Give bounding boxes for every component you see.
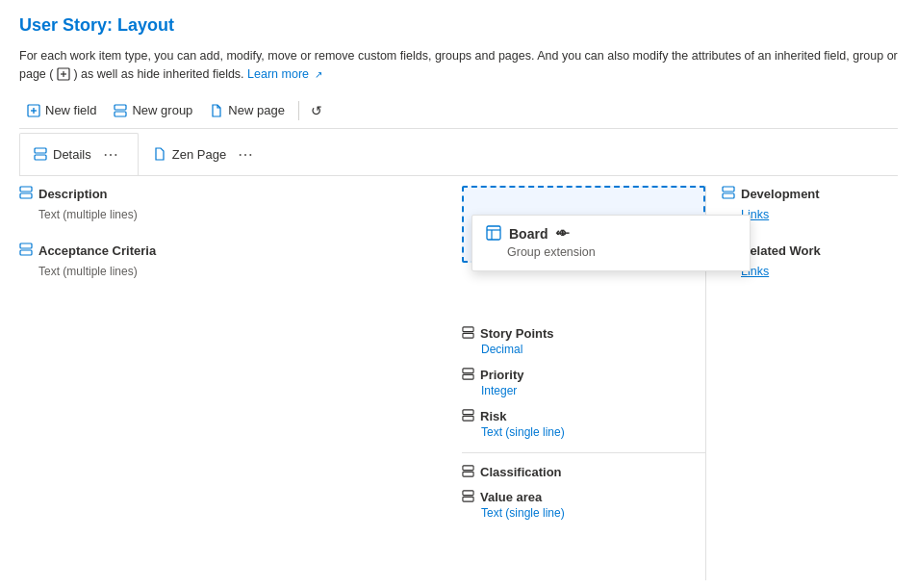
svg-rect-6: [115, 105, 126, 110]
value-area-type: Text (single line): [462, 506, 705, 520]
classification-section: Classification: [462, 461, 705, 484]
board-popup-name: Board: [509, 226, 548, 242]
new-group-icon: [114, 104, 127, 117]
learn-more-link[interactable]: Learn more ↗: [247, 67, 321, 81]
external-link-icon: ↗: [315, 69, 322, 80]
risk-name: Risk: [462, 409, 705, 424]
svg-rect-24: [463, 472, 473, 476]
risk-type: Text (single line): [462, 425, 705, 439]
story-points-icon: [462, 326, 474, 342]
acceptance-criteria-icon: [19, 243, 33, 259]
related-work-label: Related Work: [741, 243, 821, 258]
description-group-header: Description: [19, 186, 443, 202]
toolbar-separator: [298, 101, 299, 120]
board-icon: [486, 225, 501, 243]
classification-icon: [462, 465, 474, 480]
description-group-icon: [19, 186, 33, 202]
svg-rect-27: [723, 187, 734, 192]
svg-rect-17: [463, 326, 473, 331]
priority-field: Priority Integer: [462, 362, 705, 403]
tab-details[interactable]: Details ⋯: [19, 133, 139, 175]
layout-area: Description Text (multiple lines) Accept…: [19, 176, 898, 580]
page-title: User Story: Layout: [19, 15, 898, 36]
svg-rect-28: [723, 193, 734, 198]
value-area-name: Value area: [462, 490, 705, 505]
acceptance-criteria-group: Acceptance Criteria Text (multiple lines…: [19, 243, 443, 280]
tab-details-more[interactable]: ⋯: [97, 141, 124, 167]
toolbar: New field New group New page ↺: [19, 93, 898, 129]
acceptance-criteria-field-type: Text (multiple lines): [19, 263, 443, 280]
tab-zen-page-more[interactable]: ⋯: [232, 141, 259, 167]
new-group-button[interactable]: New group: [106, 99, 200, 121]
svg-rect-19: [463, 368, 473, 372]
svg-rect-7: [115, 112, 126, 116]
board-popup-subtitle: Group extension: [486, 245, 736, 259]
svg-rect-10: [20, 187, 32, 192]
inherited-icon: [57, 67, 70, 81]
svg-rect-20: [463, 374, 473, 379]
refresh-button[interactable]: ↺: [305, 99, 328, 122]
story-points-type: Decimal: [462, 343, 705, 356]
svg-rect-18: [463, 333, 473, 338]
tab-zen-page[interactable]: Zen Page ⋯: [139, 133, 273, 175]
tabs-bar: Details ⋯ Zen Page ⋯: [19, 133, 898, 176]
description-group: Description Text (multiple lines): [19, 186, 443, 223]
left-column: Description Text (multiple lines) Accept…: [19, 186, 462, 580]
svg-rect-11: [20, 193, 32, 198]
story-points-field: Story Points Decimal: [462, 320, 705, 362]
tab-zen-page-icon: [153, 147, 166, 161]
risk-field: Risk Text (single line): [462, 403, 705, 445]
svg-rect-8: [35, 148, 46, 153]
refresh-icon: ↺: [311, 103, 322, 118]
board-popup: Board ⬲ Group extension: [471, 215, 751, 271]
new-field-button[interactable]: New field: [19, 99, 104, 121]
cursor-indicator: ⬲: [555, 226, 569, 242]
new-page-icon: [210, 104, 223, 117]
board-popup-header: Board ⬲: [486, 225, 736, 243]
description-label: Description: [38, 187, 108, 201]
tab-zen-page-label: Zen Page: [172, 147, 226, 162]
svg-rect-9: [35, 155, 46, 160]
description-text-2: ) as well as hide inherited fields.: [73, 67, 243, 81]
new-field-icon: [27, 104, 40, 117]
priority-type: Integer: [462, 384, 705, 397]
acceptance-criteria-label: Acceptance Criteria: [38, 243, 156, 258]
svg-rect-22: [463, 416, 473, 421]
svg-rect-25: [463, 490, 473, 495]
center-column: Board ⬲ Group extension Story Points Dec…: [462, 186, 705, 580]
new-page-button[interactable]: New page: [202, 99, 293, 121]
svg-rect-12: [20, 243, 32, 248]
description-field-type: Text (multiple lines): [19, 206, 443, 223]
value-area-field: Value area Text (single line): [462, 484, 705, 525]
page-container: User Story: Layout For each work item ty…: [0, 0, 917, 580]
center-fields-section: Story Points Decimal Priority Integer: [462, 320, 705, 525]
priority-name: Priority: [462, 368, 705, 383]
tab-details-label: Details: [53, 147, 91, 162]
svg-rect-23: [463, 465, 473, 470]
acceptance-criteria-header: Acceptance Criteria: [19, 243, 443, 259]
svg-rect-14: [487, 226, 500, 240]
description-block: For each work item type, you can add, mo…: [19, 47, 898, 84]
priority-icon: [462, 368, 474, 383]
development-header: Development: [722, 186, 898, 202]
risk-icon: [462, 409, 474, 424]
tab-details-icon: [34, 147, 47, 161]
story-points-name: Story Points: [462, 326, 705, 342]
svg-rect-13: [20, 250, 32, 255]
classification-divider: [462, 452, 705, 453]
development-icon: [722, 186, 735, 202]
development-label: Development: [741, 187, 820, 201]
svg-rect-26: [463, 497, 473, 501]
value-area-icon: [462, 490, 474, 505]
svg-rect-21: [463, 409, 473, 414]
